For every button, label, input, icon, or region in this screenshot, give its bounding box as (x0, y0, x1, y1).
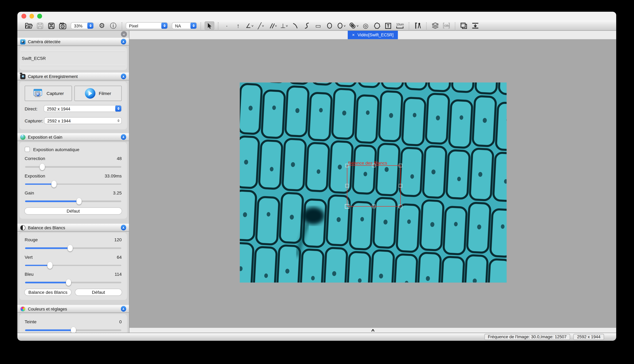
svg-text:10um: 10um (396, 22, 404, 26)
exposure-slider[interactable] (25, 183, 121, 185)
toolbar: 33% ⚙ ⓘ Pixel NA · ↑ ∠∨ ╱∨ (17, 20, 616, 31)
snapshot-timer-button[interactable] (58, 21, 68, 30)
green-slider[interactable] (25, 264, 121, 266)
colors-panel-header[interactable]: Couleurs et réglages ∧ (17, 305, 129, 313)
white-balance-button[interactable]: Balance des Blancs (25, 289, 71, 296)
exposure-panel-header[interactable]: Exposition et Gain ∧ (17, 133, 129, 141)
slider-thumb[interactable] (40, 164, 45, 170)
roi-handle-mid-left[interactable] (345, 184, 349, 187)
unit-select[interactable]: Pixel (126, 22, 168, 29)
collapse-sidebar-button[interactable]: « (121, 31, 127, 37)
colors-panel-body: Teinte0 Saturation64 Luminosité0 (19, 314, 127, 332)
arc-tool[interactable] (291, 21, 300, 30)
zoom-select[interactable]: 33% (71, 22, 94, 29)
open-file-button[interactable] (24, 21, 34, 30)
collapse-panel-icon[interactable]: ∧ (121, 74, 126, 79)
zoom-window-button[interactable] (37, 14, 42, 18)
close-window-button[interactable] (21, 14, 26, 18)
pointer-tool[interactable] (204, 21, 214, 30)
collapse-panel-icon[interactable]: ∧ (121, 225, 126, 230)
hue-slider[interactable] (25, 330, 121, 331)
slider-thumb[interactable] (70, 327, 76, 332)
rectangle-tool[interactable]: ▭ (313, 21, 323, 30)
zoom-stepper[interactable] (87, 22, 94, 29)
capture-stepper[interactable] (115, 117, 121, 124)
wb-panel-header[interactable]: Balance des Blancs ∧ (17, 224, 129, 232)
camera-control-sidebar: « Caméra détectée ∧ Swift_EC5R (17, 31, 129, 332)
auto-exposure-checkbox[interactable] (25, 147, 30, 152)
minimize-window-button[interactable] (29, 14, 34, 18)
slider-thumb[interactable] (68, 245, 73, 252)
roi-handle-top-mid[interactable] (372, 164, 375, 167)
direct-resolution-select[interactable]: 2592 x 1944 (44, 105, 122, 112)
roi-handle-top-left[interactable] (345, 164, 349, 167)
white-balance-roi[interactable]: Balance des Blancs (347, 165, 401, 206)
parallel-lines-tool[interactable]: ∨ (267, 21, 278, 30)
csv-export-button[interactable]: CSV (442, 21, 451, 30)
point-tool[interactable]: · (222, 21, 232, 30)
red-slider[interactable] (25, 247, 121, 249)
perpendicular-tool[interactable]: ⊥∨ (279, 21, 289, 30)
save-image-button[interactable] (46, 21, 56, 30)
toolbar-separator (409, 22, 409, 29)
exposure-default-button[interactable]: Défaut (25, 208, 122, 214)
capture-resolution-select[interactable]: 2592 x 1944 (44, 117, 122, 124)
angle-tool[interactable]: ∠∨ (244, 21, 254, 30)
video-tab-label: Vidéo[Swift_EC5R] (358, 32, 394, 37)
ellipse-variant-tool[interactable]: ∨ (336, 21, 346, 30)
content-area: « Caméra détectée ∧ Swift_EC5R (17, 31, 616, 332)
correction-slider[interactable] (25, 166, 121, 168)
capture-button[interactable]: Capturer (25, 86, 72, 101)
record-button[interactable]: Filmer (74, 86, 122, 101)
video-canvas: Balance des Blancs (129, 39, 616, 328)
polygon-tool[interactable] (372, 21, 382, 30)
measurement-tools-button[interactable] (413, 21, 422, 30)
resolution-status: 2592 x 1944 (574, 334, 604, 340)
roi-handle-bottom-left[interactable] (345, 204, 350, 208)
slider-thumb[interactable] (48, 262, 53, 268)
na-select[interactable]: NA (172, 22, 197, 29)
slider-thumb[interactable] (76, 198, 82, 204)
direct-stepper[interactable] (115, 105, 121, 112)
copy-button[interactable] (459, 21, 469, 30)
exposure-gain-icon (20, 134, 26, 140)
save-button[interactable] (35, 21, 45, 30)
roi-handle-bottom-mid[interactable] (372, 204, 375, 208)
curve-tool[interactable] (302, 21, 312, 30)
wb-default-button[interactable]: Défaut (75, 289, 122, 296)
slider-thumb[interactable] (66, 279, 71, 286)
layers-button[interactable] (430, 21, 440, 30)
line-tool[interactable]: ╱∨ (256, 21, 266, 30)
ellipse-tool[interactable] (325, 21, 334, 30)
slider-thumb[interactable] (51, 181, 57, 188)
camera-device-item[interactable]: Swift_EC5R (19, 52, 127, 65)
linked-circles-tool[interactable]: ∨ (348, 21, 359, 30)
camera-panel-title: Caméra détectée (28, 39, 118, 44)
text-tool[interactable] (384, 21, 393, 30)
roi-handle-mid-right[interactable] (399, 184, 402, 187)
roi-handle-bottom-right[interactable] (399, 204, 402, 208)
status-bar: Fréquence de l'Image: 30.0,Image: 12507 … (17, 332, 616, 341)
export-button[interactable] (470, 21, 480, 30)
gain-slider[interactable] (25, 200, 121, 202)
concentric-circles-tool[interactable]: ◎ (361, 21, 370, 30)
unit-stepper[interactable] (161, 22, 168, 29)
settings-gear-icon[interactable]: ⚙ (97, 21, 107, 30)
close-tab-icon[interactable]: × (352, 32, 355, 37)
camera-panel-header[interactable]: Caméra détectée ∧ (17, 38, 129, 46)
svg-text:CSV: CSV (444, 24, 450, 27)
blue-slider[interactable] (25, 282, 121, 283)
collapse-panel-icon[interactable]: ∧ (121, 306, 126, 312)
info-icon[interactable]: ⓘ (108, 21, 118, 30)
arrow-tool[interactable]: ↑ (233, 21, 243, 30)
collapse-panel-icon[interactable]: ∧ (121, 134, 126, 140)
direct-label: Direct: (25, 106, 44, 111)
roi-handle-top-right[interactable] (399, 164, 402, 167)
na-stepper[interactable] (190, 22, 196, 29)
collapse-bottom-strip[interactable]: ∧ (129, 328, 616, 332)
scalebar-tool[interactable]: 10um (395, 21, 405, 30)
toolbar-separator (122, 22, 122, 29)
video-tab[interactable]: × Vidéo[Swift_EC5R] (348, 31, 398, 39)
capture-panel-header[interactable]: Capture et Enregistrement ∧ (17, 72, 129, 80)
collapse-panel-icon[interactable]: ∧ (121, 39, 126, 44)
